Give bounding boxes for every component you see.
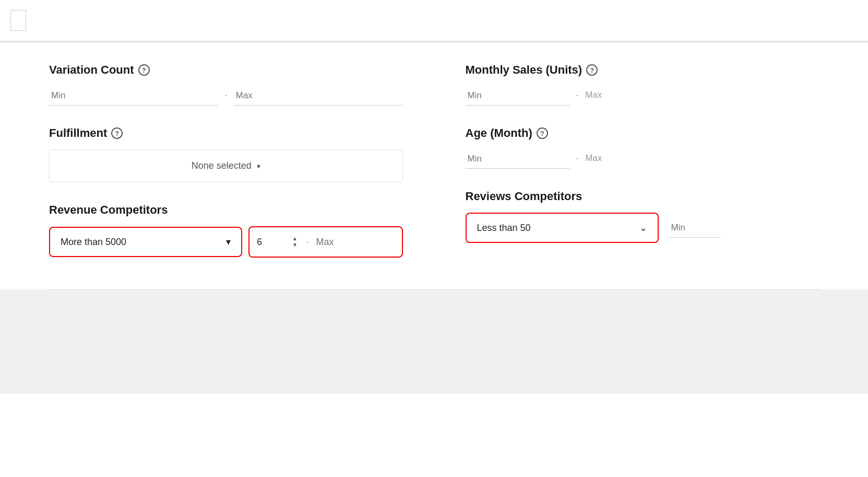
revenue-max-input[interactable] xyxy=(316,237,358,248)
top-bar xyxy=(0,0,868,42)
age-month-dash: - xyxy=(570,153,586,169)
revenue-competitors-text: Revenue Competitors xyxy=(49,203,168,217)
age-month-row: - Max xyxy=(466,149,819,169)
monthly-sales-min-input[interactable] xyxy=(466,86,570,106)
revenue-min-input[interactable] xyxy=(257,237,288,248)
age-month-max-label: Max xyxy=(585,153,602,169)
reviews-dropdown-arrow: ⌄ xyxy=(639,222,647,234)
stepper-up-button[interactable]: ▲ xyxy=(291,236,299,241)
monthly-sales-text: Monthly Sales (Units) xyxy=(466,63,582,77)
fulfillment-label: Fulfillment ? xyxy=(49,126,403,140)
age-month-label: Age (Month) ? xyxy=(466,126,819,140)
variation-count-dash: - xyxy=(218,90,234,106)
fulfillment-help-icon[interactable]: ? xyxy=(111,127,123,139)
reviews-min-wrapper xyxy=(669,218,721,238)
revenue-stepper: ▲ ▼ xyxy=(291,236,299,248)
bottom-gray-area xyxy=(0,289,868,394)
reviews-competitors-text: Reviews Competitors xyxy=(466,190,582,203)
variation-count-max-wrapper xyxy=(234,86,403,106)
age-month-help-icon[interactable]: ? xyxy=(537,127,548,139)
revenue-dropdown-value: More than 5000 xyxy=(61,237,126,248)
fulfillment-dropdown[interactable]: None selected ▾ xyxy=(49,149,403,182)
age-month-text: Age (Month) xyxy=(466,126,532,140)
revenue-competitors-dropdown[interactable]: More than 5000 ▾ xyxy=(49,227,242,257)
variation-count-row: - xyxy=(49,86,403,106)
fulfillment-dropdown-value: None selected xyxy=(192,160,252,171)
main-grid: Variation Count ? - Fulfillment xyxy=(49,42,819,258)
stepper-down-button[interactable]: ▼ xyxy=(291,242,299,248)
variation-count-min-wrapper xyxy=(49,86,218,106)
monthly-sales-section: Monthly Sales (Units) ? - Max xyxy=(466,63,819,106)
right-column: Monthly Sales (Units) ? - Max Age (Month… xyxy=(450,42,819,258)
monthly-sales-dash: - xyxy=(570,90,586,106)
fulfillment-section: Fulfillment ? None selected ▾ xyxy=(49,126,403,182)
reviews-competitors-label: Reviews Competitors xyxy=(466,190,819,203)
reviews-dropdown-value: Less than 50 xyxy=(477,223,531,234)
age-month-min-input[interactable] xyxy=(466,149,570,169)
variation-count-label: Variation Count ? xyxy=(49,63,403,77)
reviews-min-input[interactable] xyxy=(669,218,721,238)
reviews-controls-row: Less than 50 ⌄ xyxy=(466,213,819,243)
revenue-competitors-label: Revenue Competitors xyxy=(49,203,403,217)
reviews-competitors-dropdown[interactable]: Less than 50 ⌄ xyxy=(466,213,659,243)
page-wrapper: Variation Count ? - Fulfillment xyxy=(0,0,868,477)
variation-count-max-input[interactable] xyxy=(234,86,403,106)
monthly-sales-max-label: Max xyxy=(585,90,602,106)
variation-count-help-icon[interactable]: ? xyxy=(138,64,150,76)
monthly-sales-help-icon[interactable]: ? xyxy=(586,64,598,76)
left-column: Variation Count ? - Fulfillment xyxy=(49,42,419,258)
monthly-sales-row: - Max xyxy=(466,86,819,106)
content-area: Variation Count ? - Fulfillment xyxy=(0,42,868,289)
monthly-sales-label: Monthly Sales (Units) ? xyxy=(466,63,819,77)
revenue-min-max-wrapper: ▲ ▼ - xyxy=(248,226,403,258)
age-month-section: Age (Month) ? - Max xyxy=(466,126,819,169)
variation-count-text: Variation Count xyxy=(49,63,134,77)
variation-count-min-input[interactable] xyxy=(49,86,218,106)
revenue-dropdown-arrow: ▾ xyxy=(226,236,231,248)
revenue-dash: - xyxy=(299,237,316,247)
top-bar-icon xyxy=(10,10,26,31)
reviews-competitors-section: Reviews Competitors Less than 50 ⌄ xyxy=(466,190,819,243)
revenue-competitors-section: Revenue Competitors More than 5000 ▾ ▲ ▼ xyxy=(49,203,403,258)
revenue-controls-row: More than 5000 ▾ ▲ ▼ - xyxy=(49,226,403,258)
fulfillment-text: Fulfillment xyxy=(49,126,107,140)
fulfillment-dropdown-arrow: ▾ xyxy=(257,162,260,170)
